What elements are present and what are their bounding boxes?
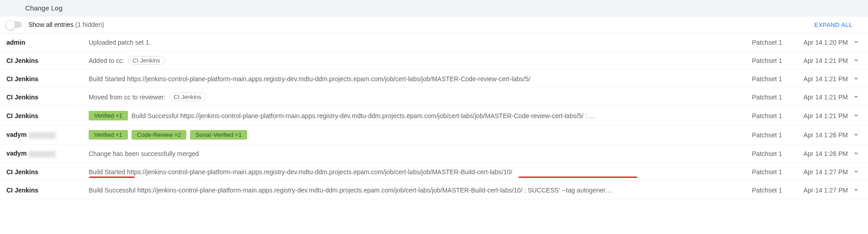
entry-author: CI Jenkins [6,57,89,64]
redacted-text [28,132,56,139]
controls-row: Show all entries (1 hidden) EXPAND ALL [0,16,868,33]
log-entry[interactable]: CI JenkinsMoved from cc to reviewer:CI J… [0,88,868,106]
entry-author: CI Jenkins [6,112,89,120]
code-review-badge: Code-Review +2 [132,130,186,140]
chevron-down-icon[interactable] [851,112,862,120]
entry-message: Change has been successfully merged [89,150,745,157]
entry-message: Build Successful https://jenkins-control… [89,187,745,194]
log-entry[interactable]: CI JenkinsBuild Successful https://jenki… [0,181,868,199]
chevron-down-icon[interactable] [851,131,862,139]
message-prefix: Moved from cc to reviewer: [89,94,165,101]
chevron-down-icon[interactable] [851,168,862,176]
chevron-down-icon[interactable] [851,57,862,64]
show-all-label: Show all entries (1 hidden) [28,21,104,28]
timestamp: Apr 14 1:27 PM [793,187,848,194]
message-text: Change has been successfully merged [89,150,199,157]
timestamp: Apr 14 1:21 PM [793,94,848,101]
chevron-down-icon[interactable] [851,94,862,101]
sonar-badge: Sonar-Verified +1 [190,130,247,140]
user-chip[interactable]: CI Jenkins [169,93,206,101]
entry-author: vadym [6,131,89,138]
chevron-down-icon[interactable] [851,150,862,157]
entry-author: CI Jenkins [6,168,89,176]
patchset-label: Patchset 1 [752,75,793,83]
message-text: Uploaded patch set 1. [89,39,151,46]
log-list: adminUploaded patch set 1.Patchset 1Apr … [0,33,868,199]
message-prefix: Added to cc: [89,57,124,64]
verified-badge: Verified +1 [89,130,128,140]
log-entry[interactable]: CI JenkinsBuild Started https://jenkins-… [0,163,868,181]
entry-author: CI Jenkins [6,187,89,194]
entry-author: CI Jenkins [6,94,89,101]
redacted-text [28,151,56,157]
message-text: Build Started https://jenkins-control-pl… [89,168,512,176]
log-entry[interactable]: CI JenkinsBuild Started https://jenkins-… [0,70,868,88]
message-text: Build Successful https://jenkins-control… [89,187,612,194]
annotation-underline [519,177,637,178]
entry-message: Verified +1Code-Review +2Sonar-Verified … [89,130,745,140]
patchset-label: Patchset 1 [752,39,793,46]
timestamp: Apr 14 1:26 PM [793,150,848,157]
patchset-label: Patchset 1 [752,131,793,139]
log-entry[interactable]: vadym Change has been successfully merge… [0,145,868,163]
chevron-down-icon[interactable] [851,75,862,83]
show-all-toggle[interactable] [6,21,22,28]
annotation-underline [89,177,135,178]
timestamp: Apr 14 1:27 PM [793,168,848,176]
user-chip[interactable]: CI Jenkins [128,56,165,65]
hidden-count: (1 hidden) [75,21,104,28]
timestamp: Apr 14 1:21 PM [793,112,848,120]
patchset-label: Patchset 1 [752,187,793,194]
entry-author: admin [6,39,89,46]
expand-all-button[interactable]: EXPAND ALL [814,21,852,28]
log-entry[interactable]: adminUploaded patch set 1.Patchset 1Apr … [0,33,868,52]
timestamp: Apr 14 1:21 PM [793,57,848,64]
entry-message: Build Started https://jenkins-control-pl… [89,75,745,83]
entry-message: Build Started https://jenkins-control-pl… [89,168,745,176]
entry-message: Uploaded patch set 1. [89,39,745,46]
verified-badge: Verified +1 [89,111,128,120]
timestamp: Apr 14 1:26 PM [793,131,848,139]
chevron-down-icon[interactable] [851,187,862,194]
log-entry[interactable]: CI JenkinsVerified +1Build Successful ht… [0,106,868,125]
entry-author: CI Jenkins [6,75,89,83]
entry-message: Verified +1Build Successful https://jenk… [89,111,745,120]
entry-author: vadym [6,150,89,157]
patchset-label: Patchset 1 [752,150,793,157]
patchset-label: Patchset 1 [752,94,793,101]
log-entry[interactable]: CI JenkinsAdded to cc:CI JenkinsPatchset… [0,52,868,70]
section-title: Change Log [25,4,63,12]
patchset-label: Patchset 1 [752,57,793,64]
entry-message: Added to cc:CI Jenkins [89,56,745,65]
patchset-label: Patchset 1 [752,168,793,176]
section-header: Change Log [0,0,868,16]
timestamp: Apr 14 1:21 PM [793,75,848,83]
timestamp: Apr 14 1:20 PM [793,39,848,46]
log-entry[interactable]: vadym Verified +1Code-Review +2Sonar-Ver… [0,125,868,145]
patchset-label: Patchset 1 [752,112,793,120]
chevron-down-icon[interactable] [851,39,862,46]
message-text: Build Successful https://jenkins-control… [132,112,595,120]
message-text: Build Started https://jenkins-control-pl… [89,75,530,83]
entry-message: Moved from cc to reviewer:CI Jenkins [89,93,745,101]
